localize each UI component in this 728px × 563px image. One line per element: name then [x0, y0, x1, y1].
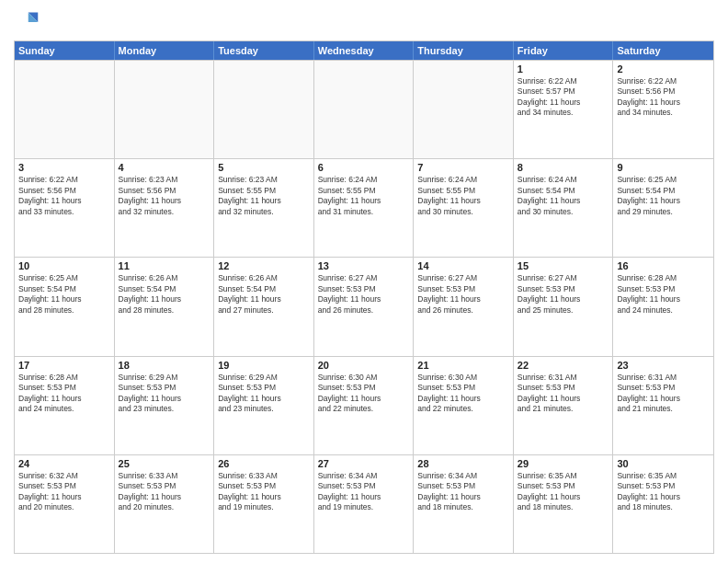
day-number: 24 [18, 458, 110, 469]
day-number: 29 [518, 458, 609, 469]
day-info: Sunrise: 6:29 AMSunset: 5:53 PMDaylight:… [218, 373, 310, 415]
day-number: 13 [318, 260, 410, 271]
calendar-cell: 29Sunrise: 6:35 AMSunset: 5:53 PMDayligh… [514, 455, 614, 553]
calendar-cell [314, 61, 415, 158]
day-info: Sunrise: 6:25 AMSunset: 5:54 PMDaylight:… [18, 273, 110, 316]
calendar-cell: 5Sunrise: 6:23 AMSunset: 5:55 PMDaylight… [214, 159, 314, 257]
day-info: Sunrise: 6:33 AMSunset: 5:53 PMDaylight:… [218, 471, 310, 513]
day-info: Sunrise: 6:24 AMSunset: 5:55 PMDaylight:… [318, 175, 410, 217]
calendar-cell [414, 61, 514, 158]
day-number: 4 [119, 162, 210, 173]
day-info: Sunrise: 6:29 AMSunset: 5:53 PMDaylight:… [119, 373, 210, 415]
calendar-cell: 19Sunrise: 6:29 AMSunset: 5:53 PMDayligh… [214, 357, 314, 454]
day-number: 9 [617, 162, 710, 173]
weekday-header-saturday: Saturday [613, 41, 713, 60]
calendar-cell: 25Sunrise: 6:33 AMSunset: 5:53 PMDayligh… [115, 455, 215, 553]
day-info: Sunrise: 6:27 AMSunset: 5:53 PMDaylight:… [417, 273, 509, 316]
day-number: 30 [617, 458, 710, 469]
day-info: Sunrise: 6:26 AMSunset: 5:54 PMDaylight:… [119, 273, 210, 316]
day-number: 5 [218, 162, 310, 173]
weekday-header-monday: Monday [115, 41, 215, 60]
day-number: 20 [318, 360, 410, 371]
day-info: Sunrise: 6:27 AMSunset: 5:53 PMDaylight:… [318, 273, 410, 316]
day-number: 19 [218, 360, 310, 371]
day-info: Sunrise: 6:28 AMSunset: 5:53 PMDaylight:… [617, 273, 710, 316]
day-number: 14 [417, 260, 509, 271]
calendar-header: SundayMondayTuesdayWednesdayThursdayFrid… [15, 41, 713, 60]
day-number: 25 [119, 458, 210, 469]
weekday-header-tuesday: Tuesday [214, 41, 314, 60]
header [14, 9, 714, 35]
weekday-header-friday: Friday [514, 41, 614, 60]
weekday-header-thursday: Thursday [414, 41, 514, 60]
day-number: 28 [417, 458, 509, 469]
day-info: Sunrise: 6:35 AMSunset: 5:53 PMDaylight:… [518, 471, 609, 513]
day-info: Sunrise: 6:24 AMSunset: 5:54 PMDaylight:… [518, 175, 609, 217]
day-number: 1 [518, 63, 609, 75]
week-row-3: 10Sunrise: 6:25 AMSunset: 5:54 PMDayligh… [15, 257, 713, 355]
week-row-5: 24Sunrise: 6:32 AMSunset: 5:53 PMDayligh… [15, 454, 713, 553]
day-info: Sunrise: 6:25 AMSunset: 5:54 PMDaylight:… [617, 175, 710, 217]
week-row-4: 17Sunrise: 6:28 AMSunset: 5:53 PMDayligh… [15, 356, 713, 454]
day-number: 15 [518, 260, 609, 271]
calendar-cell: 13Sunrise: 6:27 AMSunset: 5:53 PMDayligh… [314, 258, 415, 355]
calendar-cell: 24Sunrise: 6:32 AMSunset: 5:53 PMDayligh… [15, 455, 115, 553]
calendar-cell: 7Sunrise: 6:24 AMSunset: 5:55 PMDaylight… [414, 159, 514, 257]
page: SundayMondayTuesdayWednesdayThursdayFrid… [0, 0, 728, 563]
day-info: Sunrise: 6:27 AMSunset: 5:53 PMDaylight:… [518, 273, 609, 316]
calendar-cell: 11Sunrise: 6:26 AMSunset: 5:54 PMDayligh… [115, 258, 215, 355]
day-number: 8 [518, 162, 609, 173]
calendar-cell: 8Sunrise: 6:24 AMSunset: 5:54 PMDaylight… [514, 159, 614, 257]
day-number: 26 [218, 458, 310, 469]
day-info: Sunrise: 6:34 AMSunset: 5:53 PMDaylight:… [417, 471, 509, 513]
day-info: Sunrise: 6:30 AMSunset: 5:53 PMDaylight:… [417, 373, 509, 415]
calendar-cell [15, 61, 115, 158]
day-info: Sunrise: 6:23 AMSunset: 5:56 PMDaylight:… [119, 175, 210, 217]
day-info: Sunrise: 6:28 AMSunset: 5:53 PMDaylight:… [18, 373, 110, 415]
day-info: Sunrise: 6:23 AMSunset: 5:55 PMDaylight:… [218, 175, 310, 217]
calendar-cell: 3Sunrise: 6:22 AMSunset: 5:56 PMDaylight… [15, 159, 115, 257]
day-info: Sunrise: 6:24 AMSunset: 5:55 PMDaylight:… [417, 175, 509, 217]
calendar-cell [214, 61, 314, 158]
calendar-cell: 28Sunrise: 6:34 AMSunset: 5:53 PMDayligh… [414, 455, 514, 553]
calendar-cell: 12Sunrise: 6:26 AMSunset: 5:54 PMDayligh… [214, 258, 314, 355]
calendar-cell: 22Sunrise: 6:31 AMSunset: 5:53 PMDayligh… [514, 357, 614, 454]
calendar-cell: 17Sunrise: 6:28 AMSunset: 5:53 PMDayligh… [15, 357, 115, 454]
day-number: 22 [518, 360, 609, 371]
day-info: Sunrise: 6:31 AMSunset: 5:53 PMDaylight:… [518, 373, 609, 415]
calendar-cell: 21Sunrise: 6:30 AMSunset: 5:53 PMDayligh… [414, 357, 514, 454]
day-number: 3 [18, 162, 110, 173]
day-info: Sunrise: 6:31 AMSunset: 5:53 PMDaylight:… [617, 373, 710, 415]
calendar-body: 1Sunrise: 6:22 AMSunset: 5:57 PMDaylight… [15, 60, 713, 553]
day-number: 23 [617, 360, 710, 371]
day-number: 21 [417, 360, 509, 371]
weekday-header-wednesday: Wednesday [314, 41, 415, 60]
day-number: 2 [617, 63, 710, 75]
week-row-1: 1Sunrise: 6:22 AMSunset: 5:57 PMDaylight… [15, 60, 713, 158]
day-info: Sunrise: 6:32 AMSunset: 5:53 PMDaylight:… [18, 471, 110, 513]
calendar-cell: 26Sunrise: 6:33 AMSunset: 5:53 PMDayligh… [214, 455, 314, 553]
day-number: 12 [218, 260, 310, 271]
calendar-cell: 20Sunrise: 6:30 AMSunset: 5:53 PMDayligh… [314, 357, 415, 454]
weekday-header-sunday: Sunday [15, 41, 115, 60]
logo-icon [14, 9, 40, 35]
day-number: 6 [318, 162, 410, 173]
calendar-cell: 1Sunrise: 6:22 AMSunset: 5:57 PMDaylight… [514, 61, 614, 158]
logo [14, 9, 41, 35]
calendar-cell: 9Sunrise: 6:25 AMSunset: 5:54 PMDaylight… [613, 159, 713, 257]
calendar-cell: 10Sunrise: 6:25 AMSunset: 5:54 PMDayligh… [15, 258, 115, 355]
calendar-cell: 16Sunrise: 6:28 AMSunset: 5:53 PMDayligh… [613, 258, 713, 355]
day-number: 11 [119, 260, 210, 271]
day-info: Sunrise: 6:22 AMSunset: 5:56 PMDaylight:… [617, 76, 710, 119]
calendar-cell: 14Sunrise: 6:27 AMSunset: 5:53 PMDayligh… [414, 258, 514, 355]
day-number: 27 [318, 458, 410, 469]
day-info: Sunrise: 6:34 AMSunset: 5:53 PMDaylight:… [318, 471, 410, 513]
day-number: 7 [417, 162, 509, 173]
calendar-cell: 6Sunrise: 6:24 AMSunset: 5:55 PMDaylight… [314, 159, 415, 257]
calendar-cell: 4Sunrise: 6:23 AMSunset: 5:56 PMDaylight… [115, 159, 215, 257]
week-row-2: 3Sunrise: 6:22 AMSunset: 5:56 PMDaylight… [15, 158, 713, 257]
calendar-cell [115, 61, 215, 158]
calendar-cell: 23Sunrise: 6:31 AMSunset: 5:53 PMDayligh… [613, 357, 713, 454]
day-number: 18 [119, 360, 210, 371]
day-info: Sunrise: 6:33 AMSunset: 5:53 PMDaylight:… [119, 471, 210, 513]
